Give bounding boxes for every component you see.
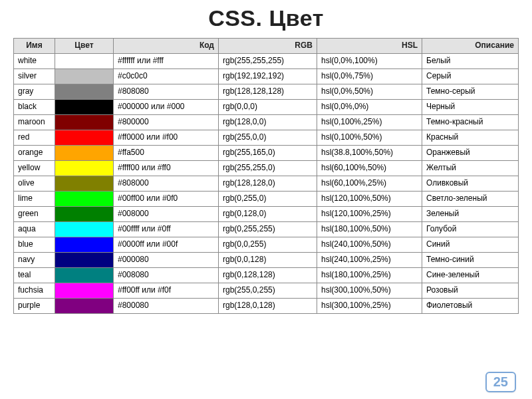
cell-swatch: [55, 222, 114, 237]
cell-desc: Черный: [422, 100, 519, 115]
cell-hsl: hsl(240,100%,50%): [317, 237, 422, 253]
cell-desc: Белый: [422, 54, 519, 69]
cell-swatch: [55, 283, 114, 299]
cell-hsl: hsl(180,100%,25%): [317, 268, 422, 283]
color-swatch: [55, 253, 113, 267]
cell-swatch: [55, 268, 114, 283]
cell-hsl: hsl(0,0%,75%): [317, 69, 422, 84]
color-swatch: [55, 161, 113, 176]
table-row: orange#ffa500rgb(255,165,0)hsl(38.8,100%…: [14, 146, 519, 161]
cell-rgb: rgb(128,0,128): [219, 299, 317, 314]
cell-rgb: rgb(255,165,0): [219, 146, 317, 161]
table-row: red#ff0000 или #f00rgb(255,0,0)hsl(0,100…: [14, 130, 519, 146]
color-swatch: [55, 207, 113, 221]
cell-hsl: hsl(0,100%,50%): [317, 130, 422, 146]
cell-rgb: rgb(0,0,255): [219, 237, 317, 253]
color-table: Имя Цвет Код RGB HSL Описание white#ffff…: [13, 38, 519, 314]
cell-swatch: [55, 161, 114, 176]
cell-desc: Темно-красный: [422, 115, 519, 130]
table-row: black#000000 или #000rgb(0,0,0)hsl(0,0%,…: [14, 100, 519, 115]
color-swatch: [55, 283, 113, 298]
cell-swatch: [55, 84, 114, 100]
col-header-rgb: RGB: [219, 39, 317, 54]
cell-code: #808000: [114, 176, 219, 192]
table-row: fuchsia#ff00ff или #f0frgb(255,0,255)hsl…: [14, 283, 519, 299]
cell-desc: Оранжевый: [422, 146, 519, 161]
table-row: green#008000rgb(0,128,0)hsl(120,100%,25%…: [14, 207, 519, 222]
color-swatch: [55, 237, 113, 252]
cell-desc: Фиолетовый: [422, 299, 519, 314]
color-swatch: [55, 299, 113, 313]
color-swatch: [55, 54, 113, 68]
color-swatch: [55, 146, 113, 160]
cell-rgb: rgb(0,0,0): [219, 100, 317, 115]
cell-code: #00ffff или #0ff: [114, 222, 219, 237]
cell-desc: Серый: [422, 69, 519, 84]
cell-rgb: rgb(0,0,128): [219, 253, 317, 268]
cell-code: #000000 или #000: [114, 100, 219, 115]
cell-hsl: hsl(300,100%,25%): [317, 299, 422, 314]
color-swatch: [55, 84, 113, 99]
color-swatch: [55, 100, 113, 114]
cell-desc: Оливковый: [422, 176, 519, 192]
cell-name: black: [14, 100, 55, 115]
cell-rgb: rgb(128,0,0): [219, 115, 317, 130]
color-swatch: [55, 69, 113, 84]
cell-hsl: hsl(120,100%,50%): [317, 192, 422, 207]
cell-swatch: [55, 207, 114, 222]
cell-name: red: [14, 130, 55, 146]
cell-hsl: hsl(38.8,100%,50%): [317, 146, 422, 161]
cell-swatch: [55, 115, 114, 130]
cell-desc: Синий: [422, 237, 519, 253]
cell-swatch: [55, 146, 114, 161]
cell-swatch: [55, 176, 114, 192]
table-row: gray#808080rgb(128,128,128)hsl(0,0%,50%)…: [14, 84, 519, 100]
color-swatch: [55, 222, 113, 237]
cell-hsl: hsl(0,0%,0%): [317, 100, 422, 115]
cell-rgb: rgb(255,0,0): [219, 130, 317, 146]
cell-name: orange: [14, 146, 55, 161]
cell-hsl: hsl(60,100%,25%): [317, 176, 422, 192]
cell-rgb: rgb(255,255,0): [219, 161, 317, 176]
cell-desc: Розовый: [422, 283, 519, 299]
cell-swatch: [55, 299, 114, 314]
page-title: CSS. Цвет: [13, 5, 519, 31]
table-row: purple#800080rgb(128,0,128)hsl(300,100%,…: [14, 299, 519, 314]
cell-code: #ff00ff или #f0f: [114, 283, 219, 299]
cell-code: #808080: [114, 84, 219, 100]
table-row: silver#c0c0c0rgb(192,192,192)hsl(0,0%,75…: [14, 69, 519, 84]
cell-rgb: rgb(0,128,128): [219, 268, 317, 283]
table-header-row: Имя Цвет Код RGB HSL Описание: [14, 39, 519, 54]
cell-name: navy: [14, 253, 55, 268]
cell-desc: Светло-зеленый: [422, 192, 519, 207]
cell-rgb: rgb(192,192,192): [219, 69, 317, 84]
cell-swatch: [55, 253, 114, 268]
table-row: teal#008080rgb(0,128,128)hsl(180,100%,25…: [14, 268, 519, 283]
cell-code: #000080: [114, 253, 219, 268]
cell-code: #008080: [114, 268, 219, 283]
cell-desc: Темно-серый: [422, 84, 519, 100]
cell-swatch: [55, 54, 114, 69]
cell-name: lime: [14, 192, 55, 207]
color-swatch: [55, 192, 113, 206]
cell-swatch: [55, 100, 114, 115]
page-number-badge: 25: [485, 372, 516, 392]
table-row: navy#000080rgb(0,0,128)hsl(240,100%,25%)…: [14, 253, 519, 268]
color-swatch: [55, 130, 113, 145]
cell-swatch: [55, 237, 114, 253]
cell-swatch: [55, 130, 114, 146]
cell-hsl: hsl(60,100%,50%): [317, 161, 422, 176]
cell-hsl: hsl(240,100%,25%): [317, 253, 422, 268]
cell-name: maroon: [14, 115, 55, 130]
col-header-swatch: Цвет: [55, 39, 114, 54]
cell-name: gray: [14, 84, 55, 100]
cell-name: silver: [14, 69, 55, 84]
cell-code: #0000ff или #00f: [114, 237, 219, 253]
cell-rgb: rgb(255,0,255): [219, 283, 317, 299]
cell-code: #800000: [114, 115, 219, 130]
cell-swatch: [55, 192, 114, 207]
color-swatch: [55, 268, 113, 283]
cell-name: teal: [14, 268, 55, 283]
cell-rgb: rgb(255,255,255): [219, 54, 317, 69]
cell-hsl: hsl(0,0%,100%): [317, 54, 422, 69]
